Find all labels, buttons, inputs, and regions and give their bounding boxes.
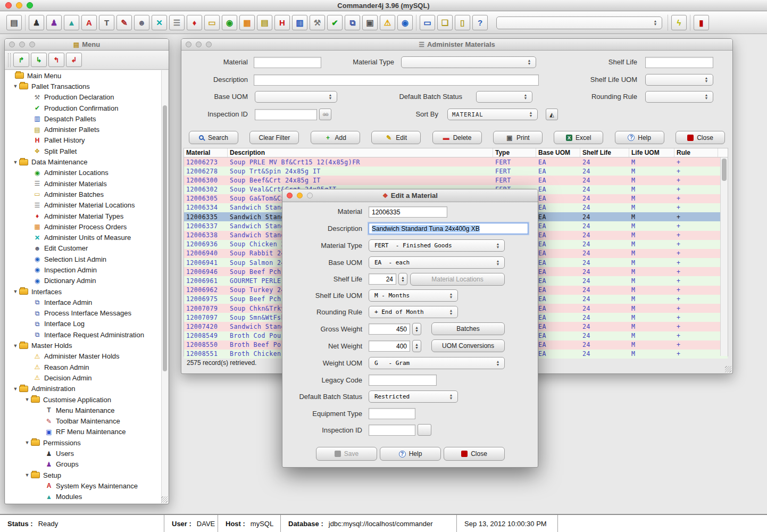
excel-button[interactable]: XExcel <box>554 131 603 144</box>
pallets-button[interactable]: ▤ <box>257 15 272 30</box>
legacy-code-field[interactable] <box>369 375 437 386</box>
minimise-window-button[interactable] <box>297 193 303 198</box>
close-window-button[interactable] <box>5 2 12 9</box>
tree-item-users[interactable]: ♟Users <box>5 448 168 459</box>
window-minimise-button[interactable]: ▭ <box>420 15 435 30</box>
production-declaration-button[interactable]: ⚒ <box>310 15 325 30</box>
tree-item-split-pallet[interactable]: ❖Split Pallet <box>5 146 168 156</box>
tree-item-administer-materials[interactable]: ☰Administer Materials <box>5 178 168 189</box>
tree-item-interface-request-administration[interactable]: ⧉Interface Request Administration <box>5 329 168 340</box>
equipment-type-field[interactable] <box>369 408 415 419</box>
collapse-node-button[interactable]: ↰ <box>48 53 64 67</box>
close-window-button[interactable] <box>9 41 15 47</box>
reports-button[interactable]: ▤ <box>6 15 22 30</box>
process-orders-button[interactable]: ▦ <box>239 15 255 30</box>
tree-item-rf-menu-maintenance[interactable]: ▣RF Menu Maintenance <box>5 427 168 437</box>
units-of-measure-button[interactable]: ✕ <box>152 15 167 30</box>
column-header-description[interactable]: Description <box>228 148 493 157</box>
weight-uom-select[interactable]: G - Gram ▲▼ <box>369 357 505 369</box>
tree-item-production-declaration[interactable]: ⚒Production Declaration <box>5 92 168 103</box>
uom-conversions-button[interactable]: UOM Conversions <box>431 339 505 352</box>
net-weight-stepper[interactable]: ▲▼ <box>412 340 421 352</box>
column-header-life-uom[interactable]: Life UOM <box>629 148 674 157</box>
exit-button[interactable]: ▮ <box>694 15 709 30</box>
tree-folder-customise-application[interactable]: ▼Customise Application <box>5 394 168 405</box>
description-filter-input[interactable] <box>254 74 539 86</box>
window-help-button[interactable]: ? <box>472 15 488 30</box>
tree-item-administer-master-holds[interactable]: ⚠Administer Master Holds <box>5 351 168 362</box>
tree-folder-data-maintenance[interactable]: ▼Data Maintenance <box>5 156 168 167</box>
tree-item-administer-batches[interactable]: ▭Administer Batches <box>5 189 168 200</box>
tree-item-administer-pallets[interactable]: ▤Administer Pallets <box>5 124 168 135</box>
customer-button[interactable]: ☻ <box>134 15 149 30</box>
expander-icon[interactable]: ▼ <box>23 440 31 445</box>
tree-item-toolbar-maintenance[interactable]: ✎Toolbar Maintenance <box>5 416 168 427</box>
tree-folder-master-holds[interactable]: ▼Master Holds <box>5 340 168 351</box>
search-button[interactable]: Search <box>189 131 238 144</box>
zoom-window-button[interactable] <box>206 41 212 47</box>
clear-filter-button[interactable]: Clear Filter <box>249 131 299 144</box>
scrollbar-thumb[interactable] <box>163 105 167 371</box>
expander-icon[interactable]: ▼ <box>23 472 31 478</box>
minimise-window-button[interactable] <box>19 41 25 47</box>
base-uom-select[interactable]: EA - each ▲▼ <box>369 256 505 269</box>
dialog-titlebar[interactable]: ❖Edit a Material <box>282 189 538 202</box>
materials-button[interactable]: ☰ <box>169 15 185 30</box>
default-batch-status-select[interactable]: ▲▼ <box>476 91 532 103</box>
tree-item-modules[interactable]: ▲Modules <box>5 492 168 502</box>
shelf-life-filter-input[interactable] <box>645 57 713 68</box>
help-button[interactable]: ?Help <box>615 131 664 144</box>
print-button[interactable]: ▣Print <box>493 131 543 144</box>
rounding-rule-select[interactable]: ▲▼ <box>645 91 713 103</box>
tree-item-despatch-pallets[interactable]: ▥Despatch Pallets <box>5 113 168 124</box>
tree-item-administer-units-of-measure[interactable]: ✕Administer Units of Measure <box>5 232 168 243</box>
master-holds-button[interactable]: ⚠ <box>380 15 395 30</box>
tree-item-reason-admin[interactable]: ⚠Reason Admin <box>5 362 168 372</box>
column-header-material[interactable]: Material <box>184 148 228 157</box>
default-batch-status-select[interactable]: Restricted ▲▼ <box>369 390 458 403</box>
gross-weight-stepper[interactable]: ▲▼ <box>412 323 421 335</box>
sort-by-select[interactable]: MATERIAL ▲▼ <box>447 109 538 120</box>
toolbar-combo[interactable]: ▲▼ <box>496 16 662 29</box>
tree-folder-permissions[interactable]: ▼Permissions <box>5 437 168 448</box>
close-button[interactable]: Close <box>444 447 505 461</box>
shelf-life-uom-select[interactable]: ▲▼ <box>645 74 713 86</box>
tree-folder-interfaces[interactable]: ▼Interfaces <box>5 286 168 297</box>
material-types-button[interactable]: ♦ <box>187 15 202 30</box>
tree-item-administer-locations[interactable]: ◉Administer Locations <box>5 168 168 178</box>
zoom-window-button[interactable] <box>27 2 33 9</box>
edit-button[interactable]: ✎Edit <box>371 131 421 144</box>
table-row[interactable]: 12006278Soup Trt&Spin 24x85g ITFERTEA24M… <box>184 167 728 176</box>
pallet-history-button[interactable]: H <box>274 15 290 30</box>
close-window-button[interactable] <box>287 193 293 198</box>
shelf-life-uom-select[interactable]: M - Months ▲▼ <box>369 289 458 302</box>
net-weight-field[interactable]: 400 <box>369 340 410 352</box>
expander-icon[interactable]: ▼ <box>12 289 19 294</box>
despatch-button[interactable]: ▥ <box>292 15 307 30</box>
tree-folder-main-menu[interactable]: Main Menu <box>5 70 168 81</box>
zoom-window-button[interactable] <box>29 41 35 47</box>
resize-grip[interactable] <box>725 366 731 372</box>
tree-item-menu-maintenance[interactable]: TMenu Maintenance <box>5 405 168 415</box>
tree-item-decision-admin[interactable]: ⚠Decision Admin <box>5 372 168 383</box>
tree-folder-setup[interactable]: ▼Setup <box>5 470 168 480</box>
menu-window-titlebar[interactable]: ▤Menu <box>5 39 169 51</box>
run-button[interactable]: ϟ <box>671 15 687 30</box>
base-uom-select[interactable]: ▲▼ <box>255 91 337 103</box>
window-cascade-button[interactable]: ❏ <box>437 15 453 30</box>
material-type-select[interactable]: ▲▼ <box>401 56 536 68</box>
column-header-shelf-life[interactable]: Shelf Life <box>580 148 629 157</box>
resize-grip[interactable] <box>161 496 168 503</box>
production-confirmation-button[interactable]: ✔ <box>327 15 343 30</box>
table-row[interactable]: 12006300Soup Beef&Crt 24x85g ITFERTEA24M… <box>184 176 728 185</box>
scrollbar-thumb[interactable] <box>722 159 727 181</box>
tree-item-edit-customer[interactable]: ☻Edit Customer <box>5 243 168 254</box>
sort-direction-button[interactable]: ◭ <box>546 109 558 120</box>
batches-button[interactable]: ▭ <box>204 15 220 30</box>
material-locations-button[interactable]: Material Locations <box>410 273 505 286</box>
tree-item-interface-log[interactable]: ⧉Interface Log <box>5 319 168 329</box>
tree-item-administer-material-locations[interactable]: ☰Administer Material Locations <box>5 200 168 211</box>
close-window-button[interactable] <box>186 41 191 47</box>
minimise-window-button[interactable] <box>16 2 22 9</box>
inspection-lookup-button[interactable]: ◎◎ <box>319 109 331 120</box>
